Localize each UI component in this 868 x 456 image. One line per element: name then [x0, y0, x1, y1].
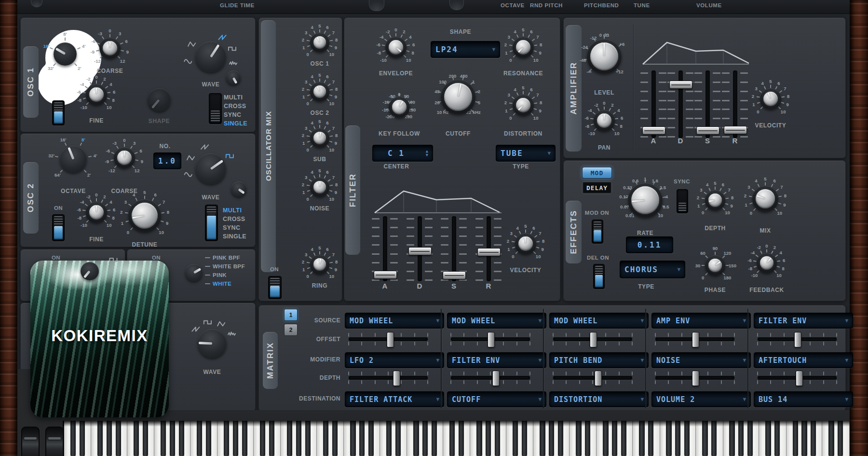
piano-keyboard[interactable] — [63, 421, 851, 456]
noise-type-white-bpf[interactable]: WHITE BPF — [205, 263, 245, 269]
piano-key-black[interactable] — [747, 421, 753, 456]
piano-key-black[interactable] — [549, 421, 554, 456]
piano-key-black[interactable] — [558, 421, 563, 456]
piano-key-black[interactable] — [287, 421, 292, 456]
piano-key-black[interactable] — [368, 421, 374, 456]
piano-key-black[interactable] — [242, 421, 247, 456]
matrix-slot1-depth-slider[interactable] — [393, 371, 400, 386]
piano-key-black[interactable] — [70, 421, 76, 456]
filter-adsr-a-slider[interactable] — [374, 271, 397, 279]
matrix-slot4-modifier-dropdown[interactable]: NOISE — [651, 352, 751, 368]
piano-key-black[interactable] — [206, 421, 211, 456]
matrix-page-2-button[interactable]: 2 — [284, 324, 298, 336]
filter-adsr-d-slider[interactable] — [408, 247, 432, 255]
amp-adsr-d-slider[interactable] — [669, 81, 692, 89]
osc2-mode-single[interactable]: SINGLE — [223, 233, 246, 240]
piano-key-black[interactable] — [80, 421, 85, 456]
piano-key-black[interactable] — [639, 421, 644, 456]
matrix-slot4-source-dropdown[interactable]: AMP ENV — [651, 313, 751, 329]
piano-key-black[interactable] — [107, 421, 112, 456]
noise-type-pink-bpf[interactable]: PINK BPF — [205, 255, 240, 261]
piano-key-black[interactable] — [413, 421, 419, 456]
piano-key-black[interactable] — [838, 421, 843, 456]
piano-key-black[interactable] — [432, 421, 437, 456]
matrix-slot3-offset-slider[interactable] — [590, 332, 597, 347]
piano-key-black[interactable] — [684, 421, 690, 456]
matrix-slot3-source-dropdown[interactable]: MOD WHEEL — [549, 313, 649, 329]
piano-key-black[interactable] — [585, 421, 590, 456]
matrix-slot2-modifier-dropdown[interactable]: FILTER ENV — [447, 352, 546, 368]
fx-delay-button[interactable]: DELAY — [582, 181, 612, 194]
piano-key-black[interactable] — [702, 421, 707, 456]
osc2-mode-switch[interactable] — [205, 205, 218, 241]
piano-key-black[interactable] — [134, 421, 139, 456]
noise-type-white-selected[interactable]: WHITE — [205, 281, 231, 287]
matrix-slot2-destination-dropdown[interactable]: CUTOFF — [447, 391, 546, 407]
noise-type-pink[interactable]: PINK — [205, 272, 227, 278]
piano-key-black[interactable] — [675, 421, 680, 456]
piano-key-black[interactable] — [350, 421, 355, 456]
piano-key-black[interactable] — [711, 421, 717, 456]
osc2-mode-multi-selected[interactable]: MULTI — [223, 207, 242, 214]
matrix-slot3-destination-dropdown[interactable]: DISTORTION — [549, 391, 649, 407]
matrix-slot5-source-dropdown[interactable]: FILTER ENV — [754, 313, 853, 329]
amp-adsr-s-slider[interactable] — [696, 126, 719, 135]
matrix-slot1-destination-dropdown[interactable]: FILTER ATTACK — [345, 391, 444, 407]
piano-key-black[interactable] — [170, 421, 175, 456]
piano-key-black[interactable] — [359, 421, 365, 456]
piano-key-black[interactable] — [332, 421, 338, 456]
matrix-slot1-modifier-dropdown[interactable]: LFO 2 — [345, 352, 444, 368]
piano-key-black[interactable] — [143, 421, 148, 456]
piano-key-black[interactable] — [233, 421, 238, 456]
matrix-slot1-offset-slider[interactable] — [387, 332, 394, 347]
amp-adsr-a-slider[interactable] — [642, 126, 665, 135]
piano-key-black[interactable] — [486, 421, 491, 456]
piano-key-black[interactable] — [765, 421, 771, 456]
matrix-slot1-source-dropdown[interactable]: MOD WHEEL — [345, 313, 444, 329]
osc1-on-switch[interactable] — [52, 100, 65, 125]
fx-mod-on-switch[interactable] — [592, 220, 603, 244]
piano-key-black[interactable] — [296, 421, 301, 456]
osc1-mode-switch[interactable] — [209, 93, 222, 124]
piano-key-black[interactable] — [774, 421, 780, 456]
matrix-slot2-depth-slider[interactable] — [492, 371, 500, 386]
matrix-slot3-depth-slider[interactable] — [595, 371, 602, 386]
osc2-mode-sync[interactable]: SYNC — [223, 224, 240, 231]
piano-key-black[interactable] — [540, 421, 545, 456]
piano-key-black[interactable] — [793, 421, 798, 456]
amp-adsr-r-slider[interactable] — [724, 126, 747, 134]
piano-key-black[interactable] — [305, 421, 311, 456]
piano-key-black[interactable] — [666, 421, 671, 456]
piano-key-black[interactable] — [97, 421, 103, 456]
fx-mod-button[interactable]: MOD — [582, 167, 612, 179]
matrix-slot2-offset-slider[interactable] — [488, 332, 495, 347]
piano-key-black[interactable] — [513, 421, 518, 456]
pitch-wheel[interactable] — [21, 427, 40, 456]
fx-sync-switch[interactable] — [677, 189, 688, 213]
filter-type-dropdown[interactable]: TUBE — [496, 145, 556, 162]
filter-adsr-r-slider[interactable] — [477, 248, 501, 256]
osc2-mode-cross[interactable]: CROSS — [223, 216, 245, 222]
osc1-mode-multi[interactable]: MULTI — [224, 94, 243, 101]
osc1-mode-cross[interactable]: CROSS — [224, 103, 246, 110]
piano-key-black[interactable] — [260, 421, 265, 456]
osc2-on-switch[interactable] — [52, 214, 65, 241]
piano-key-black[interactable] — [811, 421, 816, 456]
matrix-slot5-offset-slider[interactable] — [794, 332, 801, 347]
piano-key-black[interactable] — [459, 421, 464, 456]
piano-key-black[interactable] — [179, 421, 184, 456]
piano-key-black[interactable] — [386, 421, 392, 456]
matrix-slot2-source-dropdown[interactable]: MOD WHEEL — [447, 313, 546, 329]
osc1-mode-sync[interactable]: SYNC — [224, 111, 241, 118]
matrix-slot4-offset-slider[interactable] — [692, 332, 699, 347]
piano-key-black[interactable] — [449, 421, 455, 456]
fx-del-on-switch[interactable] — [593, 264, 605, 289]
stepper-arrows-icon[interactable] — [426, 150, 428, 157]
piano-key-black[interactable] — [729, 421, 734, 456]
piano-key-black[interactable] — [269, 421, 274, 456]
piano-key-black[interactable] — [522, 421, 527, 456]
piano-key-black[interactable] — [161, 421, 166, 456]
matrix-slot5-destination-dropdown[interactable]: BUS 14 — [754, 391, 853, 407]
matrix-slot4-destination-dropdown[interactable]: VOLUME 2 — [651, 391, 751, 407]
piano-key-black[interactable] — [603, 421, 608, 456]
